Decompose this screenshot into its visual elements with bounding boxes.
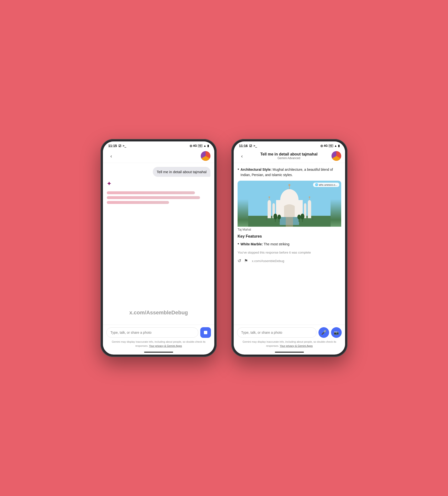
taj-image-card[interactable]: 🌐 whc.unesco.o... Taj Mahal — [238, 181, 341, 231]
right-eye-icon: ◎ — [320, 144, 323, 147]
right-avatar[interactable] — [332, 151, 341, 161]
right-status-left: 11:16 ☑ >_ — [239, 144, 257, 148]
loading-line-1 — [107, 191, 195, 194]
right-content-area: • Architectural Style: Mughal architectu… — [234, 163, 345, 325]
left-disclaimer: Gemini may display inaccurate info, incl… — [106, 340, 211, 348]
mic-icon: 🎤 — [321, 330, 326, 335]
right-header-center: Tell me in detail about tajmahal Gemini … — [246, 152, 332, 160]
right-camera-button[interactable]: 📷 — [331, 327, 342, 338]
svg-point-9 — [268, 200, 271, 205]
left-avatar[interactable] — [201, 151, 210, 161]
left-phone: 11:15 ☑ >_ ◎ 4G HD ▲ ▮ ‹ — [100, 139, 217, 357]
right-home-indicator — [275, 352, 304, 353]
key-features-heading: Key Features — [238, 234, 341, 239]
left-gemini-icon: ✦ — [107, 181, 210, 187]
left-time: 11:15 — [108, 144, 117, 148]
right-mic-button[interactable]: 🎤 — [318, 327, 329, 338]
left-status-left: 11:15 ☑ >_ — [108, 144, 126, 148]
left-loading-lines — [107, 191, 210, 204]
taj-image: 🌐 whc.unesco.o... — [238, 181, 341, 227]
left-input-row — [106, 327, 211, 338]
left-disclaimer-link[interactable]: Your privacy & Gemini Apps — [149, 344, 182, 347]
stopped-message: You've stopped this response before it w… — [238, 250, 341, 255]
svg-point-23 — [278, 215, 281, 219]
white-marble-value: The most striking — [264, 242, 290, 246]
image-source-text: whc.unesco.o... — [319, 183, 337, 186]
right-input-row: 🎤 📷 — [237, 327, 342, 338]
right-back-button[interactable]: ‹ — [238, 152, 246, 160]
right-battery-icon: ▮ — [338, 144, 340, 147]
svg-point-17 — [272, 203, 275, 207]
left-chat-area: Tell me in detail about tajmahal ✦ x.com… — [103, 163, 214, 325]
right-input-area: 🎤 📷 Gemini may display inaccurate info, … — [234, 325, 345, 350]
refresh-icon[interactable]: ↺ — [238, 258, 241, 264]
image-caption: Taj Mahal — [238, 227, 341, 231]
right-check-icon: ☑ — [249, 144, 252, 148]
left-stop-button[interactable] — [200, 327, 211, 338]
white-marble-label: White Marble: — [240, 242, 263, 246]
flag-icon[interactable]: ⚑ — [244, 258, 248, 264]
left-terminal-icon: >_ — [123, 144, 126, 147]
left-input-field[interactable] — [106, 327, 198, 338]
right-hd-badge: HD — [329, 144, 333, 147]
svg-point-19 — [304, 203, 306, 207]
right-app-title: Tell me in detail about tajmahal — [246, 152, 332, 156]
left-app-header: ‹ — [103, 149, 214, 163]
right-network: 4G — [324, 144, 328, 147]
left-eye-icon: ◎ — [190, 144, 192, 147]
taj-svg — [238, 181, 341, 227]
left-watermark: x.com/AssembleDebug — [107, 305, 210, 321]
left-network: 4G — [193, 144, 197, 147]
left-status-right: ◎ 4G HD ▲ ▮ — [190, 144, 209, 147]
svg-point-13 — [308, 200, 311, 205]
left-phone-screen: 11:15 ☑ >_ ◎ 4G HD ▲ ▮ ‹ — [103, 141, 214, 355]
right-app-subtitle: Gemini Advanced — [246, 156, 332, 160]
left-back-button[interactable]: ‹ — [107, 152, 116, 160]
left-user-message: Tell me in detail about tajmahal — [153, 167, 210, 177]
svg-rect-28 — [266, 217, 267, 220]
svg-rect-29 — [312, 217, 313, 220]
right-status-bar: 11:16 ☑ >_ ◎ 4G HD ▲ ▮ — [234, 141, 345, 149]
right-wifi-icon: ▲ — [334, 144, 337, 147]
left-input-area: Gemini may display inaccurate info, incl… — [103, 325, 214, 350]
right-status-right: ◎ 4G HD ▲ ▮ — [320, 144, 340, 147]
right-app-header: ‹ Tell me in detail about tajmahal Gemin… — [234, 149, 345, 163]
white-marble-bullet: • White Marble: The most striking — [238, 241, 341, 247]
right-disclaimer: Gemini may display inaccurate info, incl… — [237, 340, 342, 348]
left-status-bar: 11:15 ☑ >_ ◎ 4G HD ▲ ▮ — [103, 141, 214, 149]
image-source-badge: 🌐 whc.unesco.o... — [313, 183, 339, 187]
white-marble-text: White Marble: The most striking — [240, 241, 289, 247]
right-phone-screen: 11:16 ☑ >_ ◎ 4G HD ▲ ▮ ‹ Tell me in deta… — [234, 141, 345, 355]
left-battery-icon: ▮ — [207, 144, 209, 147]
svg-rect-3 — [286, 216, 293, 227]
bullet-dot-1: • — [238, 167, 239, 172]
left-home-indicator — [144, 352, 173, 353]
right-watermark: x.com/AssembleDebug — [252, 259, 284, 263]
loading-line-3 — [107, 201, 169, 204]
left-hd-badge: HD — [198, 144, 202, 147]
camera-icon: 📷 — [334, 330, 339, 335]
right-phone: 11:16 ☑ >_ ◎ 4G HD ▲ ▮ ‹ Tell me in deta… — [231, 139, 348, 357]
svg-point-21 — [273, 214, 277, 219]
svg-point-27 — [297, 215, 301, 219]
left-gemini-response: ✦ — [107, 181, 210, 204]
stop-icon — [204, 331, 207, 334]
arch-bullet: • Architectural Style: Mughal architectu… — [238, 167, 341, 178]
right-disclaimer-link[interactable]: Your privacy & Gemini Apps — [280, 344, 313, 347]
arch-text: Architectural Style: Mughal architecture… — [240, 167, 341, 178]
right-time: 11:16 — [239, 144, 248, 148]
left-check-icon: ☑ — [118, 144, 121, 148]
svg-point-11 — [269, 196, 270, 198]
right-input-field[interactable] — [237, 327, 317, 338]
arch-label: Architectural Style: — [240, 168, 271, 171]
bullet-dot-2: • — [238, 241, 239, 247]
loading-line-2 — [107, 196, 200, 199]
svg-point-7 — [288, 184, 290, 186]
left-wifi-icon: ▲ — [203, 144, 206, 147]
right-content-scroll: • Architectural Style: Mughal architectu… — [234, 163, 345, 325]
svg-point-15 — [309, 196, 310, 198]
right-terminal-icon: >_ — [254, 144, 257, 147]
svg-point-25 — [301, 214, 304, 219]
action-row: ↺ ⚑ x.com/AssembleDebug — [238, 258, 341, 264]
